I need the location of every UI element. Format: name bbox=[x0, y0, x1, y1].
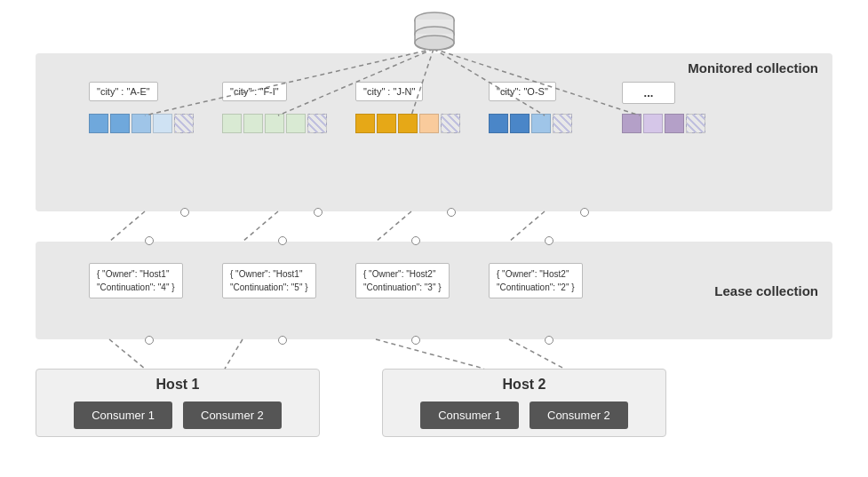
circle-connector-1 bbox=[180, 208, 189, 217]
lease-circle-top-1 bbox=[145, 236, 154, 245]
block bbox=[398, 114, 418, 133]
block bbox=[153, 114, 172, 133]
host2-consumer2-button[interactable]: Consumer 2 bbox=[530, 401, 628, 429]
svg-line-13 bbox=[225, 339, 243, 369]
svg-line-14 bbox=[376, 339, 484, 369]
block bbox=[265, 114, 284, 133]
host-1-zone: Host 1 Consumer 1 Consumer 2 bbox=[36, 369, 320, 437]
partition-box-3: "city" : "J-N" bbox=[355, 82, 423, 101]
lease-owner-4: { "Owner": "Host2" bbox=[497, 267, 575, 281]
lease-circle-top-3 bbox=[411, 236, 420, 245]
svg-line-11 bbox=[509, 211, 545, 242]
partition-label-5: ... bbox=[644, 86, 654, 99]
circle-connector-4 bbox=[580, 208, 589, 217]
host-1-consumers: Consumer 1 Consumer 2 bbox=[51, 401, 305, 429]
lease-owner-1: { "Owner": "Host1" bbox=[97, 267, 175, 281]
circle-connector-2 bbox=[314, 208, 323, 217]
partition-label-4: "city": "O-S" bbox=[497, 86, 548, 97]
lease-continuation-3: "Continuation": "3" } bbox=[363, 281, 442, 294]
partition-label-1: "city" : "A-E" bbox=[97, 86, 150, 97]
host-2-title: Host 2 bbox=[397, 377, 651, 393]
svg-line-15 bbox=[509, 339, 564, 369]
color-blocks-5 bbox=[622, 114, 705, 133]
host1-consumer1-button[interactable]: Consumer 1 bbox=[74, 401, 172, 429]
svg-line-10 bbox=[376, 211, 411, 242]
block bbox=[243, 114, 263, 133]
host-2-zone: Host 2 Consumer 1 Consumer 2 bbox=[382, 369, 666, 437]
lease-continuation-4: "Continuation": "2" } bbox=[497, 281, 575, 294]
block bbox=[643, 114, 663, 133]
block-hatch bbox=[174, 114, 194, 133]
partition-box-5: ... bbox=[622, 82, 675, 104]
lease-circle-bottom-4 bbox=[545, 336, 553, 345]
lease-box-2: { "Owner": "Host1" "Continuation": "5" } bbox=[222, 263, 316, 298]
host1-consumer2-button[interactable]: Consumer 2 bbox=[183, 401, 282, 429]
lease-circle-top-4 bbox=[545, 236, 553, 245]
block bbox=[355, 114, 375, 133]
lease-circle-bottom-2 bbox=[278, 336, 287, 345]
block bbox=[286, 114, 306, 133]
lease-box-1: { "Owner": "Host1" "Continuation": "4" } bbox=[89, 263, 183, 298]
svg-line-12 bbox=[109, 339, 145, 369]
partition-box-1: "city" : "A-E" bbox=[89, 82, 158, 101]
color-blocks-2 bbox=[222, 114, 327, 133]
database-icon-container bbox=[410, 11, 459, 57]
block-hatch bbox=[686, 114, 705, 133]
lease-continuation-2: "Continuation": "5" } bbox=[230, 281, 308, 294]
block bbox=[622, 114, 641, 133]
lease-continuation-1: "Continuation": "4" } bbox=[97, 281, 175, 294]
svg-line-8 bbox=[109, 211, 145, 242]
partition-box-4: "city": "O-S" bbox=[489, 82, 556, 101]
monitored-zone: Monitored collection "city" : "A-E" "cit… bbox=[36, 53, 832, 211]
host-1-title: Host 1 bbox=[51, 377, 305, 393]
lease-circle-top-2 bbox=[278, 236, 287, 245]
block-hatch bbox=[307, 114, 327, 133]
lease-box-4: { "Owner": "Host2" "Continuation": "2" } bbox=[489, 263, 583, 298]
circle-connector-3 bbox=[447, 208, 456, 217]
lease-circle-bottom-3 bbox=[411, 336, 420, 345]
block bbox=[419, 114, 439, 133]
block bbox=[222, 114, 242, 133]
lease-owner-3: { "Owner": "Host2" bbox=[363, 267, 442, 281]
block bbox=[89, 114, 108, 133]
host-2-consumers: Consumer 1 Consumer 2 bbox=[397, 401, 651, 429]
color-blocks-1 bbox=[89, 114, 194, 133]
color-blocks-4 bbox=[489, 114, 572, 133]
monitored-label: Monitored collection bbox=[688, 60, 818, 76]
partition-label-2: "city" : "F-I" bbox=[230, 86, 279, 97]
partition-label-3: "city" : "J-N" bbox=[363, 86, 415, 97]
lease-label: Lease collection bbox=[714, 283, 818, 298]
block-hatch bbox=[441, 114, 460, 133]
block bbox=[531, 114, 551, 133]
partition-box-2: "city" : "F-I" bbox=[222, 82, 287, 101]
block bbox=[377, 114, 396, 133]
block bbox=[510, 114, 530, 133]
block bbox=[110, 114, 130, 133]
svg-line-9 bbox=[243, 211, 278, 242]
block bbox=[665, 114, 684, 133]
lease-circle-bottom-1 bbox=[145, 336, 154, 345]
database-icon bbox=[410, 11, 459, 53]
lease-owner-2: { "Owner": "Host1" bbox=[230, 267, 308, 281]
lease-box-3: { "Owner": "Host2" "Continuation": "3" } bbox=[355, 263, 450, 298]
block bbox=[489, 114, 508, 133]
host2-consumer1-button[interactable]: Consumer 1 bbox=[420, 401, 519, 429]
block bbox=[131, 114, 151, 133]
color-blocks-3 bbox=[355, 114, 460, 133]
svg-point-2 bbox=[415, 36, 454, 50]
block-hatch bbox=[553, 114, 572, 133]
lease-zone: Lease collection { "Owner": "Host1" "Con… bbox=[36, 242, 832, 339]
diagram-wrapper: Monitored collection "city" : "A-E" "cit… bbox=[0, 0, 868, 477]
